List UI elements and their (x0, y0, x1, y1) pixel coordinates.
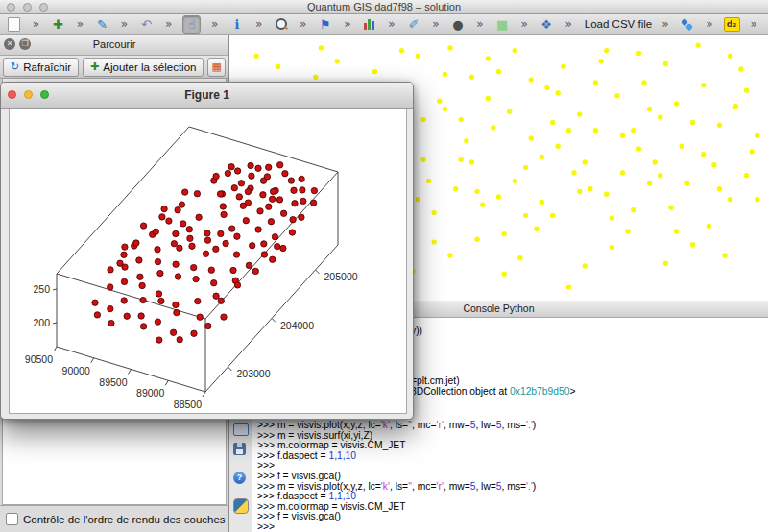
toolbar-overflow-chevron[interactable]: » (300, 17, 306, 31)
toolbar-overflow-chevron[interactable]: » (33, 17, 39, 31)
add-selection-button[interactable]: ✚ Ajouter la sélection (83, 58, 204, 77)
layer-order-checkbox[interactable] (6, 513, 18, 525)
svg-text:250: 250 (33, 283, 50, 295)
console-line: >>> f.daspect = 1,1,10 (252, 451, 768, 462)
d2-plugin-icon[interactable]: d₂ (724, 16, 740, 33)
refresh-icon: ↻ (11, 60, 19, 73)
add-layer-icon[interactable]: ✚ (50, 16, 66, 33)
main-toolbar: »✚»✎»↶»☝»ℹ»»⚑»»✐»●»■»❖»Load CSV file»»d₂… (0, 14, 768, 35)
toolbar-overflow-chevron[interactable]: » (388, 17, 395, 31)
window-controls (7, 3, 48, 12)
console-line: >>> f = visvis.gca() (252, 512, 768, 522)
attribute-table-icon: ▦ (211, 60, 221, 73)
figure-minimize-button[interactable] (24, 90, 33, 99)
toolbar-overflow-chevron[interactable]: » (661, 17, 668, 31)
toolbar-overflow-chevron[interactable]: » (520, 17, 527, 31)
svg-text:89000: 89000 (136, 387, 164, 399)
browser-panel-header[interactable]: ✕ ❐ Parcourir (0, 35, 228, 56)
refresh-button[interactable]: ↻ Rafraîchir (3, 58, 79, 77)
float-panel-icon[interactable]: ❐ (19, 38, 31, 50)
load-csv-button[interactable]: Load CSV file (585, 18, 652, 30)
add-selection-icon: ✚ (90, 60, 99, 73)
layer-order-panel: Contrôle de l'ordre de rendu des couches (0, 505, 228, 532)
toolbar-overflow-chevron[interactable]: » (706, 17, 712, 31)
qgis-application-window: Quantum GIS dad7f98 – solution »✚»✎»↶»☝»… (0, 0, 768, 532)
undo-icon[interactable]: ↶ (138, 16, 155, 33)
console-title: Console Python (463, 302, 534, 314)
figure-title: Figure 1 (184, 88, 229, 102)
scatter3d-plot: 9050090000895008900088500203000204000205… (9, 109, 407, 414)
figure-close-button[interactable] (8, 90, 16, 99)
clear-console-icon[interactable] (233, 423, 249, 436)
toolbar-overflow-chevron[interactable]: » (344, 17, 350, 31)
toolbar-overflow-chevron[interactable]: » (255, 17, 262, 31)
console-line: >>> (252, 522, 768, 532)
refresh-button-label: Rafraîchir (23, 61, 71, 73)
add-selection-button-label: Ajouter la sélection (103, 61, 196, 73)
figure-zoom-button[interactable] (40, 90, 49, 99)
svg-text:90000: 90000 (62, 365, 90, 376)
toolbar-overflow-chevron[interactable]: » (121, 17, 128, 31)
raster-icon[interactable]: ■ (494, 16, 511, 33)
browser-toolbar: ↻ Rafraîchir ✚ Ajouter la sélection ▦ (0, 56, 228, 79)
main-title-bar[interactable]: Quantum GIS dad7f98 – solution (0, 0, 768, 14)
figure-title-bar[interactable]: Figure 1 (1, 83, 413, 109)
svg-text:89500: 89500 (99, 376, 127, 388)
new-project-icon[interactable] (6, 16, 22, 33)
console-history: >>> m = visvis.plot(x,y,z, lc='k', ls=''… (252, 421, 768, 532)
identify-icon[interactable]: ℹ (228, 16, 245, 33)
pan-hand-icon[interactable]: ☝ (182, 15, 201, 34)
toolbar-overflow-chevron[interactable]: » (77, 17, 84, 31)
layer-order-label: Contrôle de l'ordre de rendu des couches (23, 514, 226, 525)
save-icon[interactable] (233, 443, 246, 455)
measure-icon[interactable]: ✐ (406, 16, 422, 33)
svg-text:205000: 205000 (324, 271, 358, 282)
pie-chart-icon[interactable]: ● (450, 16, 467, 33)
browser-panel-title: Parcourir (93, 38, 136, 50)
toolbar-overflow-chevron[interactable]: » (476, 17, 483, 31)
bookmark-icon[interactable]: ⚑ (317, 16, 333, 33)
zoom-window-button[interactable] (39, 3, 48, 12)
svg-text:88500: 88500 (174, 399, 202, 410)
toolbar-overflow-chevron[interactable]: » (432, 17, 439, 31)
toolbar-overflow-chevron[interactable]: » (165, 17, 172, 31)
console-output-fragment: 3DCollection object at 0x12b7b9d50> (411, 387, 575, 398)
svg-text:203000: 203000 (236, 368, 270, 379)
attribute-table-button[interactable]: ▦ (207, 58, 225, 77)
run-python-icon[interactable] (233, 498, 249, 514)
svg-text:204000: 204000 (280, 320, 314, 331)
interpolation-icon[interactable] (679, 16, 695, 33)
figure-window-controls (8, 90, 49, 99)
edit-pencil-icon[interactable]: ✎ (94, 16, 110, 33)
toolbar-overflow-chevron[interactable]: » (211, 17, 218, 31)
minimize-window-button[interactable] (23, 3, 32, 12)
toolbar-overflow-chevron[interactable]: » (564, 17, 571, 31)
help-icon[interactable]: ? (233, 472, 246, 484)
svg-text:200: 200 (33, 317, 50, 328)
toolbar-overflow-chevron[interactable]: » (751, 17, 757, 31)
figure-window[interactable]: Figure 1 9050090000895008900088500203000… (0, 82, 414, 420)
console-output-fragment: =plt.cm.jet) (411, 376, 460, 387)
svg-text:90500: 90500 (25, 353, 53, 365)
layers-icon[interactable]: ❖ (539, 16, 555, 33)
window-title: Quantum GIS dad7f98 – solution (307, 1, 461, 12)
histogram-icon[interactable] (362, 16, 378, 33)
zoom-icon[interactable] (273, 16, 289, 33)
close-panel-icon[interactable]: ✕ (4, 38, 15, 50)
close-window-button[interactable] (7, 3, 15, 12)
